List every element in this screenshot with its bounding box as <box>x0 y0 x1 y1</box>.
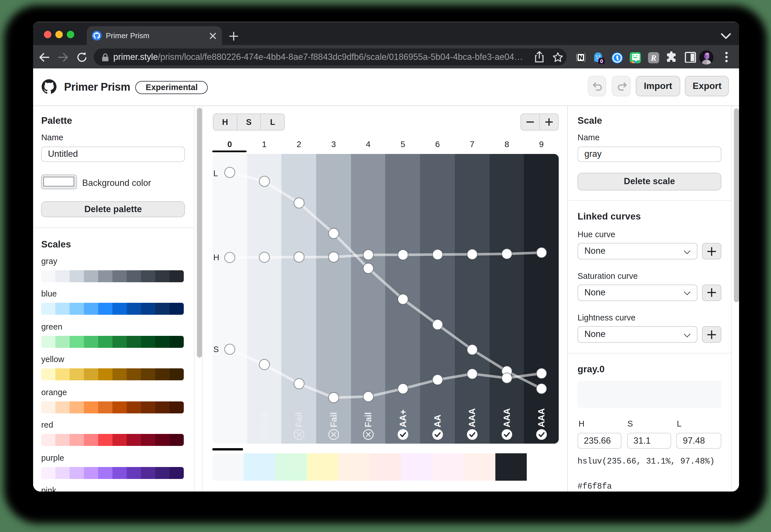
svg-text:Fail: Fail <box>294 412 304 427</box>
svg-text:AAA: AAA <box>536 408 546 427</box>
svg-text:0: 0 <box>601 58 603 64</box>
svg-text:AAA: AAA <box>467 408 477 427</box>
svg-text:AA+: AA+ <box>398 409 408 427</box>
svg-text:R: R <box>650 53 656 62</box>
svg-text:Fail: Fail <box>259 412 269 427</box>
svg-text:H: H <box>213 253 219 262</box>
svg-text:Fail: Fail <box>363 412 373 427</box>
svg-text:AA: AA <box>433 415 443 427</box>
svg-text:AAA: AAA <box>502 408 512 427</box>
svg-text:L: L <box>213 169 218 178</box>
svg-text:S: S <box>213 345 219 354</box>
svg-text:Fail: Fail <box>328 412 338 427</box>
